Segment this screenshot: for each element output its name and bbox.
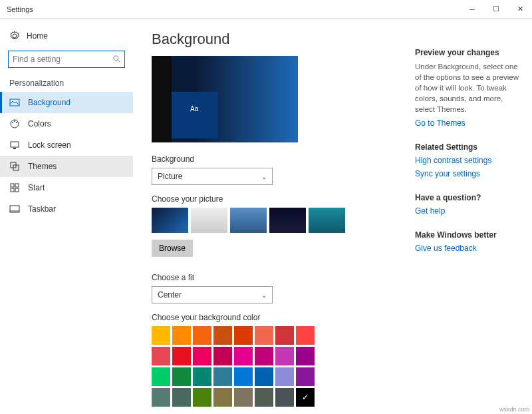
svg-point-5 [14,120,15,122]
svg-rect-12 [15,184,19,187]
picture-thumb[interactable] [152,208,188,233]
color-swatch[interactable] [193,388,211,407]
minimize-button[interactable]: ─ [460,0,484,19]
right-panel: Preview your changes Under Background, s… [412,19,532,414]
picture-label: Choose your picture [152,194,399,204]
svg-rect-8 [13,148,16,149]
color-swatch[interactable] [275,367,294,386]
svg-rect-13 [11,188,14,192]
color-swatch[interactable] [296,367,315,386]
watermark: wsxdn.com [499,406,529,413]
sync-settings-link[interactable]: Sync your settings [415,169,521,178]
color-swatch[interactable] [193,347,211,365]
lock-icon [9,140,20,150]
preview-heading: Preview your changes [415,48,521,57]
color-swatch[interactable] [234,347,253,365]
sidebar-item-label: Start [28,183,45,192]
picture-thumb[interactable] [230,208,267,233]
color-swatch[interactable] [152,367,170,386]
svg-rect-14 [15,188,19,192]
preview-desc: Under Background, select one of the opti… [415,61,521,114]
close-button[interactable]: ✕ [508,0,532,19]
color-grid [152,326,399,407]
home-button[interactable]: Home [0,25,133,47]
color-swatch[interactable] [152,388,170,407]
page-title: Background [152,31,399,48]
svg-rect-11 [11,184,14,187]
search-box[interactable] [8,51,125,68]
feedback-heading: Make Windows better [415,230,521,240]
select-value: Center [158,290,182,300]
color-swatch[interactable] [275,347,294,365]
picture-thumb[interactable] [309,208,345,233]
color-swatch[interactable] [255,347,273,365]
color-swatch[interactable] [255,388,273,407]
themes-icon [9,161,20,172]
window-controls: ─ ☐ ✕ [460,0,532,19]
picture-thumb[interactable] [191,208,227,233]
background-label: Background [152,154,399,164]
search-icon [112,54,122,65]
chevron-down-icon: ⌄ [261,173,267,180]
category-label: Personalization [0,72,133,92]
sidebar-item-themes[interactable]: Themes [0,156,133,177]
color-swatch[interactable] [193,326,211,345]
search-input[interactable] [13,55,112,64]
sidebar: Home Personalization Background Colors L… [0,19,133,414]
color-swatch[interactable] [255,367,273,386]
fit-label: Choose a fit [152,273,399,282]
svg-point-0 [114,56,118,61]
sidebar-item-lockscreen[interactable]: Lock screen [0,134,133,156]
picture-icon [9,97,20,108]
desktop-preview [152,56,298,142]
color-swatch[interactable] [296,347,315,365]
get-help-link[interactable]: Get help [415,206,521,216]
color-label: Choose your background color [152,313,399,322]
sidebar-item-background[interactable]: Background [0,92,133,113]
gear-icon [9,31,20,41]
color-swatch[interactable] [213,347,232,365]
sidebar-item-label: Colors [28,119,51,128]
svg-point-4 [12,122,13,123]
color-swatch[interactable] [152,347,170,365]
picture-thumb[interactable] [269,208,306,233]
color-swatch[interactable] [275,388,294,407]
color-swatch[interactable] [172,347,191,365]
sidebar-item-colors[interactable]: Colors [0,113,133,134]
color-swatch[interactable] [234,388,253,407]
window-title: Settings [0,5,460,13]
color-swatch[interactable] [255,326,273,345]
select-value: Picture [158,172,182,181]
color-swatch[interactable] [193,367,211,386]
related-heading: Related Settings [415,142,521,152]
browse-button[interactable]: Browse [152,240,193,257]
chevron-down-icon: ⌄ [261,292,267,299]
color-swatch[interactable] [296,388,315,407]
background-select[interactable]: Picture ⌄ [152,168,273,185]
color-swatch[interactable] [213,326,232,345]
color-swatch[interactable] [234,367,253,386]
home-label: Home [27,31,48,41]
feedback-link[interactable]: Give us feedback [415,244,521,253]
color-swatch[interactable] [152,326,170,345]
color-swatch[interactable] [296,326,315,345]
high-contrast-link[interactable]: High contrast settings [415,156,521,165]
svg-line-1 [118,60,120,63]
color-swatch[interactable] [172,326,191,345]
color-swatch[interactable] [172,388,191,407]
titlebar: Settings ─ ☐ ✕ [0,0,532,19]
color-swatch[interactable] [213,367,232,386]
sidebar-item-label: Taskbar [28,204,56,214]
color-swatch[interactable] [213,388,232,407]
go-to-themes-link[interactable]: Go to Themes [415,118,521,128]
fit-select[interactable]: Center ⌄ [152,286,273,304]
sidebar-item-start[interactable]: Start [0,177,133,198]
maximize-button[interactable]: ☐ [484,0,508,19]
svg-rect-7 [11,142,19,147]
color-swatch[interactable] [275,326,294,345]
main-content: Background Background Picture ⌄ Choose y… [133,19,412,414]
sidebar-item-taskbar[interactable]: Taskbar [0,198,133,220]
picture-thumbs [152,208,399,233]
color-swatch[interactable] [172,367,191,386]
color-swatch[interactable] [234,326,253,345]
